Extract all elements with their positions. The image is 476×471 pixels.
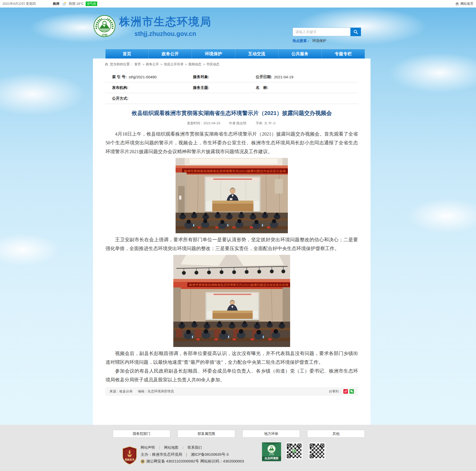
police-record-link[interactable]: 湘公网安备 43021102000082号 (146, 459, 199, 464)
index-number-value: sthjj/2021-00490 (129, 75, 156, 79)
footer-icp-link[interactable]: 湘ICP备08100635号-3 (191, 452, 229, 456)
share-weibo-icon[interactable] (343, 389, 348, 394)
share-bar: 分享到： (329, 389, 354, 394)
font-size-large[interactable]: 大 (264, 121, 268, 125)
publish-date-value: 2021-04-19 (274, 75, 293, 79)
page: 2021年4月22日 星期四 株洲 阵雨 18°C 空气优 网站首页 (0, 0, 476, 471)
main-nav: 首页 政务公开 环境保护 互动交流 公共服务 专题专栏 (105, 49, 365, 58)
breadcrumb-item-home[interactable]: 首页 (134, 62, 141, 67)
link-box-other[interactable]: 其他 (307, 430, 365, 438)
logo-zhb-text: ZHB (101, 33, 108, 36)
doc-name-label: 名 称: (256, 85, 268, 90)
share-label: 分享到： (329, 389, 342, 394)
index-number-label: 索 引 号: (112, 75, 127, 79)
cloud-decoration (389, 53, 476, 93)
conference-photo-1: 株洲市贯彻落实湖南省生态环境警示片(2021)披露问题交办会议县分会场 (105, 158, 358, 233)
breadcrumb-separator: > (203, 63, 205, 66)
nav-item-home[interactable]: 首页 (105, 49, 148, 58)
brand-text: 株洲市生态环境局 sthjj.zhuzhou.gov.cn (119, 15, 211, 37)
footer-link-contact[interactable]: 联系我们 (188, 445, 202, 449)
publish-date-label: 公开日期: (256, 75, 272, 79)
air-quality-badge: 空气优 (86, 2, 97, 6)
link-box-local-env[interactable]: 地方环保 (242, 430, 300, 438)
home-link[interactable]: 网站首页 (455, 2, 473, 6)
paragraph-4: 参加会议的有县人民政府副县长彭顺昌、环委会成员单位负责人、各乡镇（街道）党（工）… (105, 367, 358, 384)
photo-led-banner-text: 株洲市贯彻落实湖南省生态环境警示片(2021)披露问题交办会议县分会场 (189, 283, 288, 286)
weather-city: 株洲 (53, 2, 59, 6)
breadcrumb-prefix: 您当前的位置： (110, 62, 133, 67)
source-row: 来源：攸县分局 编辑：生态环境局管理员 分享到： (105, 387, 358, 396)
paragraph-3: 视频会后，副县长彭顺昌强调，各部单位要提高认识，这次没有曝光，并不代表我县没有问… (105, 349, 358, 367)
site-logo-icon: ZHB (93, 15, 116, 37)
article-body: 4月18日上午，攸县组织观看株洲市贯彻落实湖南省生态环境警示片（2021）披露问… (105, 130, 358, 384)
doc-meta-table: 索 引 号: sthjj/2021-00490 服务对象: 公开日期: 2021… (105, 72, 358, 104)
hot-search-label: 热点搜索： (293, 39, 310, 43)
police-badge-icon (141, 459, 145, 463)
article-meta: 更新时间：2021-04-19 作者:陈志明 字体:大中小 (93, 121, 371, 126)
home-icon (455, 2, 459, 6)
nav-item-gov-info[interactable]: 政务公开 (148, 49, 192, 58)
party-gov-badge-text: 党政机关 (125, 458, 135, 461)
breadcrumb-item-gov-info[interactable]: 政务公开 (146, 62, 159, 67)
search-icon (353, 30, 358, 34)
cloud-decoration (407, 198, 476, 233)
party-gov-badge[interactable]: 党政机关 (122, 446, 137, 465)
footer-link-separator: ｜ (181, 445, 185, 449)
site-url: sthjj.zhuzhou.gov.cn (134, 30, 196, 37)
qr-code-wechat (286, 442, 303, 459)
search-button[interactable] (350, 28, 361, 36)
qr-code-mobile (308, 442, 326, 459)
breadcrumb-separator: > (142, 63, 144, 66)
share-wechat-icon[interactable] (349, 389, 354, 394)
open-method-label: 公开方式: (112, 96, 128, 101)
content-panel: 您当前的位置： 首页 > 政务公开 > 信息公开目录 > 新闻动态 > 市区动态… (93, 58, 371, 425)
search-input[interactable] (293, 28, 350, 36)
footer-link-statement[interactable]: 网站声明 (141, 445, 155, 449)
breadcrumb-home-icon (104, 63, 109, 66)
footer-link-separator: ｜ (158, 445, 161, 449)
link-box-state-council[interactable]: 国务院部门 (113, 430, 170, 438)
breadcrumb-separator: > (185, 63, 187, 66)
mee-logo-box[interactable]: ZHB 生态环境部 (262, 442, 281, 461)
hot-search-keyword[interactable]: 环境保护 (312, 39, 326, 43)
topbar: 2021年4月22日 星期四 株洲 阵雨 18°C 空气优 网站首页 (0, 0, 476, 8)
meta-row-2: 发布机构: 服务主题: 名 称: (105, 82, 358, 93)
breadcrumb-separator: > (161, 63, 163, 66)
photo-led-banner-text: 株洲市贯彻落实湖南省生态环境警示片(2021)披露问题交办会议县分会场 (184, 169, 286, 173)
article-author: 作者:陈志明 (229, 121, 246, 125)
font-size-small[interactable]: 小 (273, 121, 276, 125)
footer-host: 主办：株洲市生态环境局 (141, 452, 182, 456)
weather-text: 阵雨 18°C (69, 2, 84, 6)
footer-link-sitemap[interactable]: 网站地图 (164, 445, 178, 449)
footer-host-line: 主办：株洲市生态环境局 ｜ 湘ICP备08100635号-3 (141, 452, 244, 457)
mee-name-text: 生态环境部 (265, 457, 279, 460)
topbar-left: 2021年4月22日 星期四 株洲 阵雨 18°C 空气优 (3, 2, 97, 6)
breadcrumb-item-news[interactable]: 新闻动态 (188, 62, 201, 67)
source-info: 来源：攸县分局 编辑：生态环境局管理员 (110, 389, 178, 394)
service-topic-label: 服务主题: (193, 85, 209, 90)
breadcrumb: 您当前的位置： 首页 > 政务公开 > 信息公开目录 > 新闻动态 > 市区动态 (93, 58, 371, 67)
nav-item-env-protect[interactable]: 环境保护 (192, 49, 235, 58)
footer: 国务院部门 部直属范围 地方环保 其他 党政机关 网站声明 ｜ 网站地图 ｜ 联… (0, 425, 476, 471)
site-logo-block[interactable]: ZHB 株洲市生态环境局 sthjj.zhuzhou.gov.cn (93, 15, 211, 37)
site-name: 株洲市生态环境局 (119, 15, 211, 29)
article-updated: 更新时间：2021-04-19 (187, 121, 220, 125)
service-target-label: 服务对象: (193, 75, 209, 79)
font-size-label: 字体: (256, 121, 263, 125)
breadcrumb-item-district-news[interactable]: 市区动态 (206, 62, 219, 67)
home-link-label: 网站首页 (460, 2, 473, 6)
hot-search-line: 热点搜索： 环境保护 (293, 39, 326, 43)
footer-police-line: 湘公网安备 43021102000082号 网站标识码：4302000003 (141, 459, 244, 464)
publish-org-label: 发布机构: (112, 85, 128, 90)
font-size-switch: 字体:大中小 (255, 121, 277, 125)
nav-item-public-service[interactable]: 公共服务 (278, 49, 322, 58)
nav-item-special[interactable]: 专题专栏 (322, 49, 365, 58)
breadcrumb-item-info-catalog[interactable]: 信息公开目录 (164, 62, 183, 67)
qr-center-logo (292, 449, 296, 453)
cloud-decoration (0, 233, 60, 266)
link-box-ministry[interactable]: 部直属范围 (178, 430, 235, 438)
nav-item-interaction[interactable]: 互动交流 (235, 49, 278, 58)
search-bar (293, 28, 361, 36)
meta-row-3: 公开方式: (105, 93, 358, 104)
font-size-medium[interactable]: 中 (269, 121, 272, 125)
